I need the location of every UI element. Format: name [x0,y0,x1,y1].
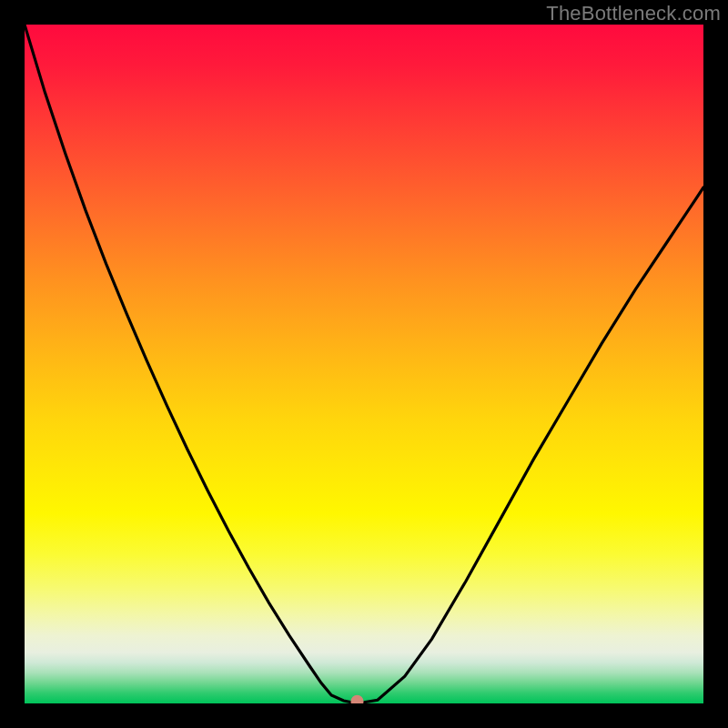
bottleneck-curve [25,25,703,703]
watermark-text: TheBottleneck.com [546,2,721,25]
chart-frame: TheBottleneck.com [0,0,728,728]
optimum-marker-icon [351,695,364,703]
curve-layer [25,25,703,703]
plot-area [25,25,703,703]
